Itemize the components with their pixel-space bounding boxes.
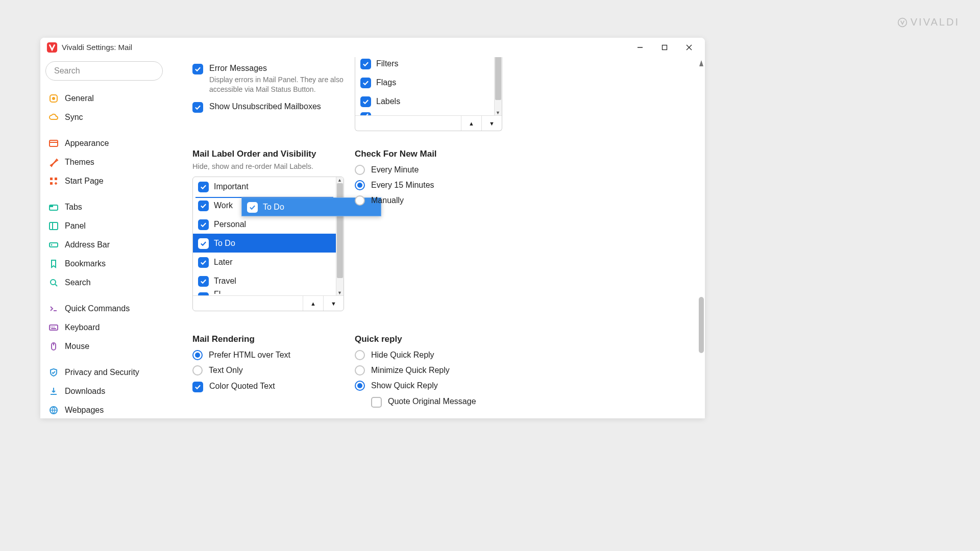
list-item-label: Filters [376, 59, 399, 68]
scrollbar[interactable]: ▲ ▼ [336, 177, 344, 295]
sidebar-item-panel[interactable]: Panel [45, 216, 163, 235]
error-messages-checkbox[interactable] [192, 64, 203, 74]
color-quoted-checkbox[interactable] [192, 382, 203, 392]
list-item-label: To Do [214, 239, 235, 248]
svg-rect-14 [50, 205, 53, 207]
quick-reply-radio[interactable] [355, 350, 365, 360]
list-item[interactable]: Flags [355, 73, 502, 92]
sidebar-item-label: Quick Commands [65, 304, 130, 313]
rendering-radio[interactable] [192, 365, 203, 375]
quick-reply-radio[interactable] [355, 381, 365, 391]
check-mail-title: Check For New Mail [355, 149, 508, 159]
list-item[interactable]: Later [193, 253, 344, 271]
move-up-button[interactable]: ▲ [303, 296, 323, 311]
sidebar: GeneralSyncAppearanceThemesStart PageTab… [40, 57, 168, 418]
sidebar-item-quick-commands[interactable]: Quick Commands [45, 299, 163, 318]
list-item[interactable]: Labels [355, 92, 502, 111]
panel-icon [48, 221, 59, 231]
sidebar-item-label: Keyboard [65, 323, 100, 332]
svg-point-0 [898, 18, 906, 27]
show-unsubscribed-checkbox[interactable] [192, 102, 203, 113]
rendering-radio-label: Text Only [209, 366, 243, 375]
sidebar-item-tabs[interactable]: Tabs [45, 197, 163, 216]
list-item[interactable]: Filters [355, 57, 502, 73]
list-item-checkbox[interactable] [198, 182, 209, 192]
svg-line-20 [55, 284, 57, 286]
mail-panel-listbox[interactable]: FiltersFlagsLabels ▼ ▲ ▼ [355, 57, 502, 131]
scrollbar-thumb[interactable] [495, 57, 501, 100]
download-icon [48, 386, 59, 396]
sidebar-item-appearance[interactable]: Appearance [45, 134, 163, 153]
bookmark-icon [48, 259, 59, 269]
list-item[interactable]: To Do [193, 234, 344, 253]
sidebar-item-search[interactable]: Search [45, 273, 163, 292]
move-up-button[interactable]: ▲ [461, 116, 481, 131]
sidebar-item-label: Downloads [65, 387, 105, 396]
list-item-checkbox[interactable] [360, 78, 371, 88]
check-mail-radio[interactable] [355, 165, 365, 175]
svg-rect-10 [50, 178, 53, 180]
list-item-label: Personal [214, 220, 246, 229]
minimize-button[interactable] [628, 38, 652, 57]
cloud-icon [48, 112, 59, 122]
move-down-button[interactable]: ▼ [481, 116, 502, 131]
maximize-button[interactable] [653, 38, 676, 57]
list-item-checkbox[interactable] [360, 59, 371, 69]
sidebar-item-label: Tabs [65, 203, 82, 212]
list-item-label: Travel [214, 277, 236, 286]
quick-reply-radio-label: Minimize Quick Reply [371, 366, 450, 375]
list-item-checkbox[interactable] [198, 276, 209, 287]
sidebar-item-privacy-and-security[interactable]: Privacy and Security [45, 363, 163, 382]
list-item-checkbox[interactable] [198, 257, 209, 268]
close-button[interactable] [677, 38, 701, 57]
vivaldi-logo-icon [897, 17, 908, 28]
scrollbar[interactable]: ▼ [494, 57, 502, 115]
scroll-down-icon[interactable]: ▼ [336, 290, 344, 295]
sidebar-item-sync[interactable]: Sync [45, 108, 163, 127]
quick-reply-radio[interactable] [355, 365, 365, 375]
sidebar-item-address-bar[interactable]: Address Bar [45, 235, 163, 254]
sidebar-item-start-page[interactable]: Start Page [45, 171, 163, 190]
prompt-icon [48, 304, 59, 314]
list-item-checkbox[interactable] [360, 96, 371, 107]
quote-original-checkbox[interactable] [371, 397, 382, 408]
sidebar-item-label: Search [65, 278, 91, 287]
list-item[interactable]: Important [193, 177, 344, 196]
list-item[interactable] [355, 111, 502, 115]
rendering-radio[interactable] [192, 350, 203, 360]
sidebar-item-webpages[interactable]: Webpages [45, 400, 163, 418]
color-quoted-label: Color Quoted Text [209, 381, 275, 392]
search-input[interactable] [45, 61, 163, 81]
svg-rect-3 [663, 45, 667, 49]
sidebar-item-themes[interactable]: Themes [45, 153, 163, 171]
scroll-up-icon[interactable]: ▲ [336, 177, 344, 183]
list-item-checkbox[interactable] [198, 219, 209, 230]
list-item[interactable]: Fl [193, 290, 344, 295]
sidebar-item-label: Address Bar [65, 240, 110, 249]
list-item-label: Later [214, 258, 232, 267]
list-item-label: Flags [376, 78, 396, 87]
scroll-down-icon[interactable]: ▼ [494, 110, 502, 115]
list-item[interactable]: Travel [193, 271, 344, 290]
list-item-label: Work [214, 201, 233, 210]
list-item-checkbox[interactable] [198, 238, 209, 249]
sidebar-item-bookmarks[interactable]: Bookmarks [45, 254, 163, 273]
app-icon [46, 42, 58, 53]
drag-ghost-label: To Do [263, 203, 284, 212]
check-mail-radio[interactable] [355, 195, 365, 206]
content-scrollbar-thumb[interactable] [699, 297, 704, 353]
sidebar-item-keyboard[interactable]: Keyboard [45, 318, 163, 337]
sidebar-item-mouse[interactable]: Mouse [45, 337, 163, 356]
sidebar-item-label: Bookmarks [65, 259, 106, 268]
error-messages-sublabel: Display errors in Mail Panel. They are a… [209, 75, 346, 94]
list-item[interactable]: Personal [193, 215, 344, 234]
content-scroll-top-arrow[interactable] [699, 60, 703, 66]
check-mail-radio[interactable] [355, 180, 365, 190]
list-item-checkbox[interactable] [198, 201, 209, 211]
svg-point-18 [51, 244, 53, 245]
sidebar-item-general[interactable]: General [45, 89, 163, 108]
move-down-button[interactable]: ▼ [323, 296, 344, 311]
content-pane: Error Messages Display errors in Mail Pa… [168, 57, 705, 418]
titlebar: Vivaldi Settings: Mail [40, 38, 705, 57]
sidebar-item-downloads[interactable]: Downloads [45, 382, 163, 400]
